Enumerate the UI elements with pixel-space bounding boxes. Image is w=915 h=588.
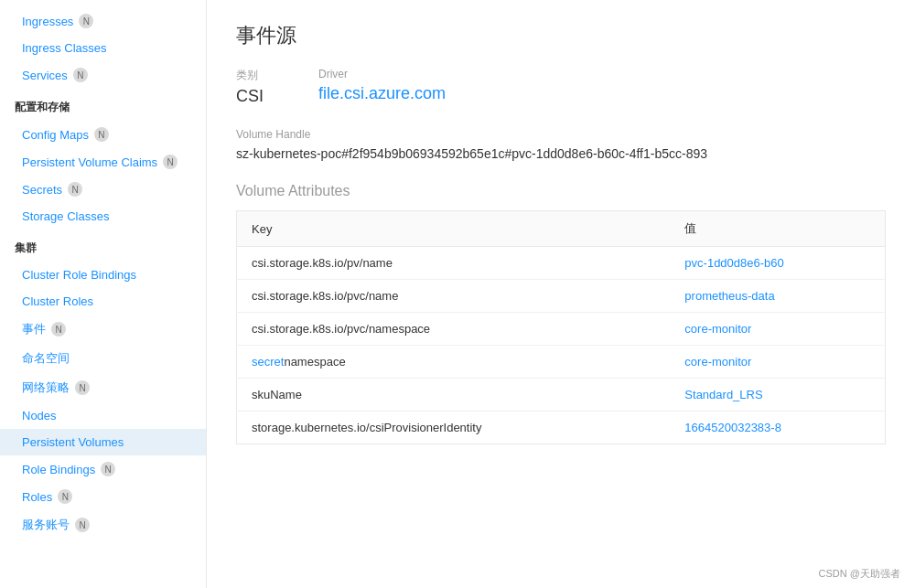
table-row: csi.storage.k8s.io/pvc/nameprometheus-da… <box>237 280 886 313</box>
sidebar-badge-ingresses: N <box>79 14 93 28</box>
sidebar-item-services[interactable]: Services N <box>0 61 206 89</box>
sidebar-item-cluster-roles[interactable]: Cluster Roles <box>0 288 206 315</box>
sidebar-item-label: Ingress Classes <box>22 41 106 55</box>
sidebar-item-pvc[interactable]: Persistent Volume Claims N <box>0 148 206 176</box>
table-cell-value: 1664520032383-8 <box>670 412 885 444</box>
sidebar-item-label: Ingresses <box>22 15 73 28</box>
meta-field-category: 类别 CSI <box>236 68 264 106</box>
sidebar-item-cluster-role-bindings[interactable]: Cluster Role Bindings <box>0 262 206 288</box>
watermark: CSDN @天助强者 <box>819 567 900 581</box>
table-row: skuNameStandard_LRS <box>237 379 886 412</box>
sidebar-item-label: Role Bindings <box>22 463 95 476</box>
sidebar-item-persistent-volumes[interactable]: Persistent Volumes <box>0 429 206 455</box>
table-row: csi.storage.k8s.io/pvc/namespacecore-mon… <box>237 313 886 346</box>
sidebar-item-network-policies[interactable]: 网络策略 N <box>0 373 206 402</box>
sidebar-badge-events: N <box>51 322 66 337</box>
table-cell-key: csi.storage.k8s.io/pv/name <box>237 247 671 280</box>
table-cell-value: core-monitor <box>670 346 885 379</box>
sidebar-item-label: Nodes <box>22 409 57 422</box>
sidebar-item-role-bindings[interactable]: Role Bindings N <box>0 455 206 483</box>
table-header-value: 值 <box>670 211 885 247</box>
sidebar-item-ingresses[interactable]: Ingresses N <box>0 7 206 35</box>
meta-value-driver: file.csi.azure.com <box>318 84 446 103</box>
sidebar-badge-secrets: N <box>68 182 82 197</box>
table-cell-key: secretnamespace <box>237 346 671 379</box>
sidebar-item-label: Persistent Volumes <box>22 435 124 449</box>
sidebar-item-label: Roles <box>22 490 52 504</box>
sidebar-item-label: Services <box>22 69 68 82</box>
sidebar: Ingresses N Ingress Classes Services N 配… <box>0 0 207 588</box>
sidebar-item-label: Config Maps <box>22 128 89 142</box>
attributes-title: Volume Attributes <box>236 183 886 199</box>
sidebar-item-service-accounts[interactable]: 服务账号 N <box>0 510 206 540</box>
table-cell-value: prometheus-data <box>670 280 885 313</box>
meta-label-category: 类别 <box>236 68 264 83</box>
table-cell-key: csi.storage.k8s.io/pvc/name <box>237 280 671 313</box>
table-row: csi.storage.k8s.io/pv/namepvc-1dd0d8e6-b… <box>237 247 886 280</box>
sidebar-group-cluster: 集群 <box>0 230 206 262</box>
sidebar-item-label: Secrets <box>22 183 62 197</box>
sidebar-item-label: 网络策略 <box>22 380 70 396</box>
sidebar-group-config-storage: 配置和存储 <box>0 89 206 121</box>
page-title: 事件源 <box>236 22 886 49</box>
table-row: storage.kubernetes.io/csiProvisionerIden… <box>237 412 886 444</box>
sidebar-badge-network-policies: N <box>75 380 90 395</box>
table-row: secretnamespacecore-monitor <box>237 346 886 379</box>
sidebar-item-secrets[interactable]: Secrets N <box>0 176 206 203</box>
sidebar-item-config-maps[interactable]: Config Maps N <box>0 121 206 148</box>
sidebar-badge-config-maps: N <box>94 127 109 142</box>
sidebar-badge-role-bindings: N <box>101 462 115 476</box>
meta-field-driver: Driver file.csi.azure.com <box>318 68 446 106</box>
sidebar-item-label: Persistent Volume Claims <box>22 155 157 169</box>
sidebar-item-label: Storage Classes <box>22 209 109 223</box>
table-cell-key: csi.storage.k8s.io/pvc/namespace <box>237 313 671 346</box>
sidebar-badge-services: N <box>73 68 88 82</box>
sidebar-item-events[interactable]: 事件 N <box>0 315 206 344</box>
sidebar-item-ingress-classes[interactable]: Ingress Classes <box>0 35 206 61</box>
sidebar-item-label: 事件 <box>22 321 46 337</box>
volume-handle-section: Volume Handle sz-kubernetes-poc#f2f954b9… <box>236 128 886 161</box>
sidebar-item-namespaces[interactable]: 命名空间 <box>0 344 206 373</box>
table-cell-value: Standard_LRS <box>670 379 885 412</box>
sidebar-badge-pvc: N <box>163 155 178 169</box>
table-cell-key: storage.kubernetes.io/csiProvisionerIden… <box>237 412 671 444</box>
sidebar-item-label: 服务账号 <box>22 517 70 533</box>
volume-handle-value: sz-kubernetes-poc#f2f954b9b06934592b65e1… <box>236 146 886 161</box>
table-header-key: Key <box>237 211 671 247</box>
sidebar-item-nodes[interactable]: Nodes <box>0 402 206 429</box>
volume-handle-label: Volume Handle <box>236 128 886 141</box>
table-cell-value: pvc-1dd0d8e6-b60 <box>670 247 885 280</box>
meta-value-category: CSI <box>236 87 264 106</box>
sidebar-item-label: Cluster Role Bindings <box>22 268 136 282</box>
sidebar-badge-roles: N <box>58 489 72 504</box>
attributes-table: Key 值 csi.storage.k8s.io/pv/namepvc-1dd0… <box>236 210 886 444</box>
main-content: 事件源 类别 CSI Driver file.csi.azure.com Vol… <box>207 0 915 588</box>
meta-section: 类别 CSI Driver file.csi.azure.com <box>236 68 886 106</box>
sidebar-item-label: Cluster Roles <box>22 294 93 308</box>
meta-label-driver: Driver <box>318 68 446 80</box>
sidebar-item-roles[interactable]: Roles N <box>0 483 206 510</box>
table-cell-value: core-monitor <box>670 313 885 346</box>
sidebar-item-storage-classes[interactable]: Storage Classes <box>0 203 206 230</box>
sidebar-badge-service-accounts: N <box>75 518 90 532</box>
sidebar-item-label: 命名空间 <box>22 350 70 367</box>
table-cell-key: skuName <box>237 379 671 412</box>
